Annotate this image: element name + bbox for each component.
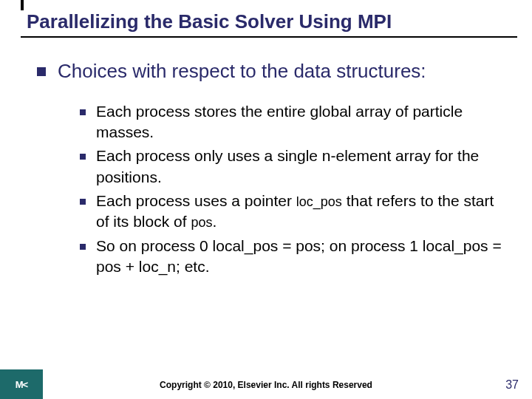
- list-item: Each process stores the entire global ar…: [80, 101, 510, 143]
- square-bullet-icon: [80, 154, 86, 160]
- lead-text: Choices with respect to the data structu…: [58, 59, 426, 83]
- lead-item: Choices with respect to the data structu…: [37, 59, 510, 83]
- sub-list: Each process stores the entire global ar…: [80, 101, 510, 278]
- list-item-text: Each process uses a pointer loc_pos that…: [96, 191, 510, 233]
- list-item-text: Each process stores the entire global ar…: [96, 101, 510, 143]
- page-number: 37: [505, 378, 519, 392]
- square-bullet-icon: [80, 244, 86, 250]
- list-item: Each process uses a pointer loc_pos that…: [80, 191, 510, 233]
- list-item: Each process only uses a single n-elemen…: [80, 146, 510, 188]
- list-item: So on process 0 local_pos = pos; on proc…: [80, 236, 510, 278]
- slide-title: Parallelizing the Basic Solver Using MPI: [21, 10, 517, 33]
- title-bar: Parallelizing the Basic Solver Using MPI: [21, 10, 517, 38]
- title-tick: [21, 0, 24, 10]
- square-bullet-icon: [37, 67, 46, 76]
- square-bullet-icon: [80, 199, 86, 205]
- list-item-text: Each process only uses a single n-elemen…: [96, 146, 510, 188]
- copyright-footer: Copyright © 2010, Elsevier Inc. All righ…: [0, 380, 532, 390]
- square-bullet-icon: [80, 109, 86, 115]
- content-area: Choices with respect to the data structu…: [37, 59, 510, 280]
- list-item-text: So on process 0 local_pos = pos; on proc…: [96, 236, 510, 278]
